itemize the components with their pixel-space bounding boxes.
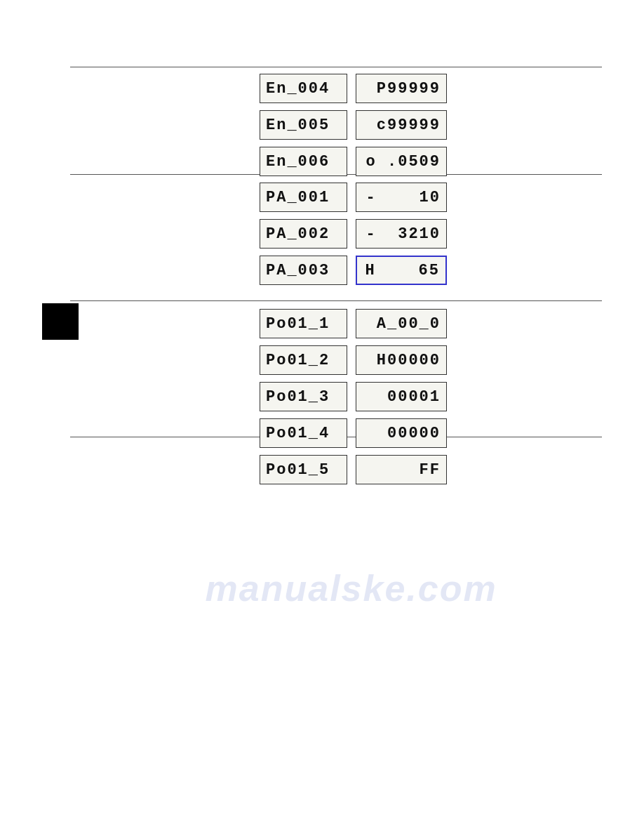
- row-en005: En_005 c99999: [260, 110, 447, 140]
- label-po01-2: Po01_2: [260, 345, 347, 375]
- label-en004: En_004: [260, 74, 347, 103]
- row-po01-1: Po01_1 A_00_0: [260, 309, 447, 338]
- label-pa001: PA_001: [260, 183, 347, 212]
- label-po01-4: Po01_4: [260, 418, 347, 448]
- value-pa003: H 65: [356, 256, 447, 285]
- value-po01-2: H00000: [356, 345, 447, 375]
- row-en006: En_006 o .0509: [260, 147, 447, 176]
- label-en005: En_005: [260, 110, 347, 140]
- divider-1: [70, 67, 602, 67]
- black-square-marker: [42, 303, 79, 340]
- row-po01-3: Po01_3 00001: [260, 382, 447, 411]
- value-po01-4: 00000: [356, 418, 447, 448]
- row-pa001: PA_001 - 10: [260, 183, 447, 212]
- section-en: En_004 P99999 En_005 c99999 En_006 o .05…: [260, 74, 447, 183]
- value-po01-5: FF: [356, 455, 447, 484]
- divider-3: [70, 300, 602, 301]
- page-container: En_004 P99999 En_005 c99999 En_006 o .05…: [0, 0, 644, 834]
- label-en006: En_006: [260, 147, 347, 176]
- value-en005: c99999: [356, 110, 447, 140]
- row-pa002: PA_002 - 3210: [260, 219, 447, 249]
- value-po01-1: A_00_0: [356, 309, 447, 338]
- label-pa002: PA_002: [260, 219, 347, 249]
- value-po01-3: 00001: [356, 382, 447, 411]
- row-po01-2: Po01_2 H00000: [260, 345, 447, 375]
- row-po01-5: Po01_5 FF: [260, 455, 447, 484]
- watermark-text: manualske.com: [206, 567, 497, 609]
- section-pa: PA_001 - 10 PA_002 - 3210 PA_003 H 65: [260, 183, 447, 292]
- row-po01-4: Po01_4 00000: [260, 418, 447, 448]
- value-pa001: - 10: [356, 183, 447, 212]
- label-pa003: PA_003: [260, 256, 347, 285]
- value-en006: o .0509: [356, 147, 447, 176]
- section-po: Po01_1 A_00_0 Po01_2 H00000 Po01_3 00001…: [260, 309, 447, 491]
- value-en004: P99999: [356, 74, 447, 103]
- label-po01-1: Po01_1: [260, 309, 347, 338]
- row-pa003: PA_003 H 65: [260, 256, 447, 285]
- label-po01-5: Po01_5: [260, 455, 347, 484]
- row-en004: En_004 P99999: [260, 74, 447, 103]
- label-po01-3: Po01_3: [260, 382, 347, 411]
- value-pa002: - 3210: [356, 219, 447, 249]
